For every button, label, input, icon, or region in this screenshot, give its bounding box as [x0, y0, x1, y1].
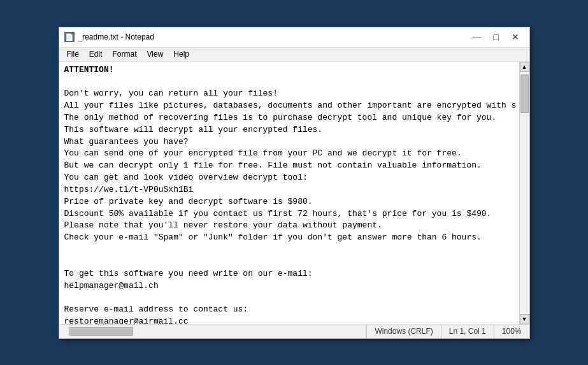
scroll-track — [520, 72, 529, 314]
app-icon: 📄 — [64, 32, 75, 42]
window-title: _readme.txt - Notepad — [78, 32, 468, 41]
position-status: Ln 1, Col 1 — [441, 324, 494, 338]
title-bar: 📄 _readme.txt - Notepad — □ ✕ — [59, 27, 529, 48]
menu-bar: File Edit Format View Help — [59, 48, 529, 62]
vertical-scrollbar[interactable]: ▲ ▼ — [519, 62, 529, 324]
notepad-window: 📄 _readme.txt - Notepad — □ ✕ File Edit … — [59, 27, 530, 339]
menu-file[interactable]: File — [62, 48, 84, 60]
editor-area: ATTENTION! Don't worry, you can return a… — [59, 62, 529, 324]
zoom-status: 100% — [494, 324, 529, 338]
h-scroll-track — [69, 326, 356, 336]
status-sections: Windows (CRLF) Ln 1, Col 1 100% — [366, 324, 529, 338]
scroll-up-button[interactable]: ▲ — [520, 62, 529, 72]
h-scroll-thumb[interactable] — [69, 327, 133, 336]
horizontal-scrollbar[interactable] — [59, 325, 367, 338]
close-button[interactable]: ✕ — [506, 29, 524, 45]
scroll-down-button[interactable]: ▼ — [520, 314, 529, 324]
status-bar: Windows (CRLF) Ln 1, Col 1 100% — [59, 324, 529, 338]
menu-edit[interactable]: Edit — [84, 48, 108, 60]
menu-help[interactable]: Help — [168, 48, 194, 60]
minimize-button[interactable]: — — [468, 29, 486, 45]
scroll-thumb[interactable] — [520, 75, 529, 113]
maximize-button[interactable]: □ — [487, 29, 505, 45]
menu-format[interactable]: Format — [108, 48, 142, 60]
window-controls: — □ ✕ — [468, 29, 524, 45]
text-editor[interactable]: ATTENTION! Don't worry, you can return a… — [59, 62, 519, 324]
line-ending-status: Windows (CRLF) — [366, 324, 440, 338]
menu-view[interactable]: View — [142, 48, 169, 60]
